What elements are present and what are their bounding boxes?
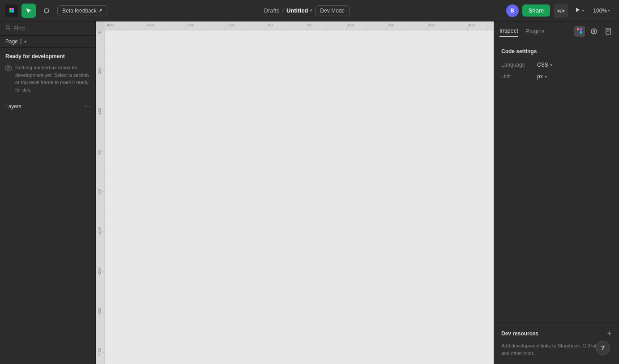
help-button[interactable]: ?: [596, 341, 610, 355]
play-icon: [574, 6, 581, 15]
ready-title: Ready for development: [5, 53, 90, 59]
help-label: ?: [601, 344, 605, 351]
panel-icon-figma[interactable]: [574, 26, 585, 37]
language-dropdown-icon: ▾: [550, 63, 552, 68]
svg-text:-250: -250: [97, 267, 102, 275]
svg-text:-350: -350: [97, 308, 102, 316]
unit-setting-row: Unit px ▾: [501, 73, 612, 80]
svg-line-7: [9, 29, 10, 30]
panel-content: Code settings Language CSS ▾ Unit px ▾: [494, 41, 619, 322]
zoom-control[interactable]: 100% ▾: [589, 6, 614, 16]
page-selector[interactable]: Page 1 ▾: [0, 36, 95, 48]
ruler-left-svg: 350 250 150 50 -50 -150 -250 -350 -400: [96, 30, 105, 364]
file-title: Untitled: [286, 7, 308, 14]
panel-icons: [574, 26, 614, 37]
toolbar-left: Beta feedback ↗: [5, 4, 107, 18]
right-panel: Inspect Plugins: [494, 21, 619, 364]
svg-text:-250: -250: [186, 23, 194, 27]
toolbar-right: B Share </> ▾ 100% ▾: [506, 4, 614, 18]
svg-rect-3: [9, 10, 12, 13]
sidebar-search-bar: [0, 21, 95, 36]
svg-text:250: 250: [97, 68, 102, 74]
panel-icon-github[interactable]: [589, 26, 599, 37]
chat-tool-button[interactable]: [39, 4, 54, 18]
svg-rect-0: [9, 8, 12, 10]
layers-more-button[interactable]: ···: [84, 103, 90, 110]
canvas-content[interactable]: [105, 30, 494, 364]
tab-plugins[interactable]: Plugins: [525, 26, 545, 36]
svg-text:350: 350: [97, 30, 102, 34]
svg-text:350: 350: [428, 23, 435, 27]
zoom-label: 100%: [593, 8, 607, 14]
svg-text:150: 150: [347, 23, 354, 27]
ready-message-text: Nothing marked as ready for development …: [15, 64, 90, 93]
dev-resources-title: Dev resources: [501, 330, 538, 337]
unit-label: Unit: [501, 73, 537, 80]
svg-text:-400: -400: [97, 348, 102, 356]
avatar[interactable]: B: [506, 4, 519, 17]
share-button[interactable]: Share: [522, 4, 551, 17]
left-sidebar: Page 1 ▾ Ready for development Nothing m…: [0, 21, 96, 364]
ready-icon: [5, 65, 12, 93]
svg-text:-50: -50: [267, 23, 273, 27]
dev-mode-label: Dev Mode: [320, 8, 345, 14]
breadcrumb-separator: /: [282, 7, 284, 14]
share-label: Share: [529, 7, 544, 14]
search-input[interactable]: [13, 25, 90, 32]
svg-text:-450: -450: [106, 23, 114, 27]
cursor-tool-button[interactable]: [21, 4, 36, 18]
svg-text:50: 50: [307, 23, 312, 27]
unit-selector[interactable]: px ▾: [537, 73, 547, 80]
drafts-label[interactable]: Drafts: [264, 7, 280, 14]
ruler-left: 350 250 150 50 -50 -150 -250 -350 -400: [96, 30, 105, 364]
svg-text:-350: -350: [146, 23, 154, 27]
title-dropdown-icon[interactable]: ▾: [310, 8, 312, 13]
svg-rect-74: [580, 28, 582, 30]
avatar-label: B: [510, 8, 514, 14]
svg-text:150: 150: [97, 108, 102, 114]
code-icon: </>: [557, 8, 564, 13]
panel-icon-storybook[interactable]: [603, 26, 614, 37]
dev-resources-header: Dev resources +: [501, 330, 612, 338]
panel-tabs: Inspect Plugins: [494, 21, 619, 41]
svg-text:-150: -150: [97, 227, 102, 235]
code-button[interactable]: </>: [554, 4, 568, 18]
page-dropdown-icon: ▾: [24, 39, 26, 44]
beta-feedback-button[interactable]: Beta feedback ↗: [57, 5, 107, 16]
play-dropdown-icon[interactable]: ▾: [582, 8, 584, 13]
unit-value: px: [537, 73, 543, 80]
add-dev-resource-button[interactable]: +: [607, 330, 612, 338]
svg-rect-80: [607, 31, 609, 32]
layers-section: Layers ···: [0, 99, 95, 114]
ruler-corner: [96, 21, 105, 30]
breadcrumb-title[interactable]: Untitled ▾: [286, 7, 312, 14]
svg-text:50: 50: [97, 150, 102, 155]
svg-rect-79: [607, 30, 610, 30]
breadcrumb: Drafts / Untitled ▾: [264, 7, 313, 14]
language-setting-row: Language CSS ▾: [501, 62, 612, 68]
main-area: Page 1 ▾ Ready for development Nothing m…: [0, 21, 619, 364]
beta-feedback-label: Beta feedback ↗: [62, 8, 102, 14]
search-icon: [5, 25, 11, 32]
ruler-top: -450 -350 -250 -150 -50 50 150 250 350 4…: [105, 21, 494, 30]
play-button[interactable]: ▾: [572, 4, 586, 18]
toolbar: Beta feedback ↗ Drafts / Untitled ▾ Dev …: [0, 0, 619, 21]
ready-for-development-section: Ready for development Nothing marked as …: [0, 48, 95, 99]
svg-point-77: [593, 30, 595, 31]
ready-message: Nothing marked as ready for development …: [5, 64, 90, 93]
layers-title: Layers: [5, 103, 21, 110]
svg-rect-75: [580, 31, 582, 34]
code-settings-title: Code settings: [501, 48, 612, 55]
figma-logo[interactable]: [5, 4, 18, 17]
ruler-top-svg: -450 -350 -250 -150 -50 50 150 250 350 4…: [105, 21, 494, 30]
language-selector[interactable]: CSS ▾: [537, 62, 552, 68]
svg-text:250: 250: [388, 23, 394, 27]
dev-mode-button[interactable]: Dev Mode: [315, 5, 350, 16]
canvas-area[interactable]: -450 -350 -250 -150 -50 50 150 250 350 4…: [96, 21, 494, 364]
svg-rect-73: [577, 28, 579, 30]
tab-inspect[interactable]: Inspect: [499, 25, 518, 37]
language-value: CSS: [537, 62, 548, 68]
svg-text:450: 450: [468, 23, 475, 27]
svg-rect-1: [12, 8, 14, 10]
page-label: Page 1: [5, 38, 22, 45]
